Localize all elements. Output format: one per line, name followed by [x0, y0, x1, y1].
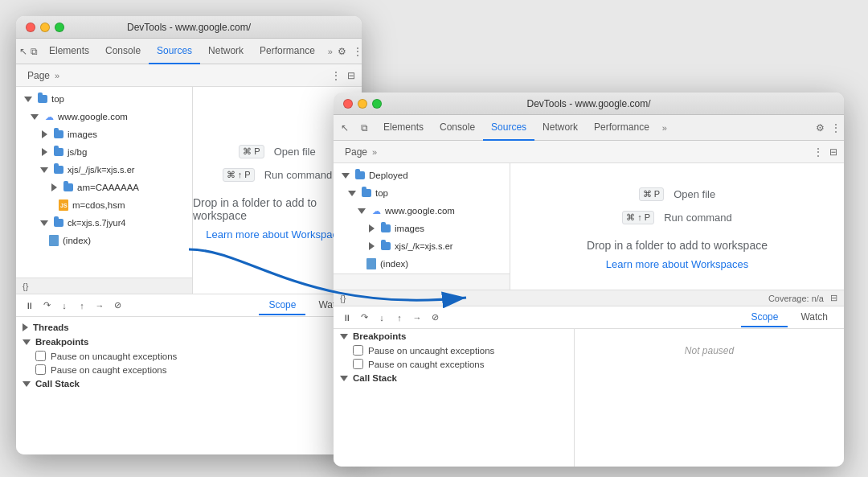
watch-tab-2[interactable]: Watch: [791, 308, 837, 327]
checkbox-caught-1[interactable]: Pause on caught exceptions: [16, 363, 362, 376]
more-icon-2[interactable]: ⋮: [831, 122, 841, 134]
scope-tab-1[interactable]: Scope: [259, 296, 305, 315]
debugger-toolbar-1: ⏸ ↷ ↓ ↑ → ⊘ Scope Watch: [16, 294, 362, 317]
uncaught-check-2[interactable]: [353, 345, 363, 356]
devtools-window-1[interactable]: DevTools - www.google.com/ ↖ ⧉ Elements …: [16, 16, 362, 454]
tri-images-2: [366, 223, 377, 234]
breakpoints-section-2[interactable]: Breakpoints: [334, 329, 574, 343]
tree-label-images-2: images: [395, 221, 424, 236]
step-out-btn-2[interactable]: ↑: [393, 311, 406, 324]
continue-btn-2[interactable]: →: [411, 311, 424, 324]
threads-section-1[interactable]: Threads: [16, 320, 362, 335]
more-options-1[interactable]: ⋮: [331, 70, 341, 81]
window-title-1: DevTools - www.google.com/: [26, 22, 352, 33]
checkbox-uncaught-1[interactable]: Pause on uncaught exceptions: [16, 349, 362, 363]
scope-tab-2[interactable]: Scope: [741, 308, 788, 327]
file-tree-1: top ☁ www.google.com images: [16, 87, 192, 278]
triangle-icon-4: [39, 146, 50, 158]
folder-icon-6: [53, 217, 64, 228]
step-over-btn-2[interactable]: ↷: [358, 311, 371, 324]
tree-item-index-1[interactable]: (index): [16, 232, 192, 249]
tab-console-1[interactable]: Console: [97, 39, 149, 64]
tab-sources-2[interactable]: Sources: [483, 115, 534, 141]
tabs-more-2[interactable]: »: [657, 123, 672, 133]
breakpoints-section-1[interactable]: Breakpoints: [16, 335, 362, 349]
tree-item-top-1[interactable]: top: [16, 90, 192, 108]
scope-panel-2: Not paused: [575, 329, 844, 467]
tab-network-1[interactable]: Network: [200, 39, 252, 64]
continue-btn-1[interactable]: →: [93, 299, 106, 312]
learn-more-link-2[interactable]: Learn more about Workspaces: [606, 258, 749, 270]
pause-btn-2[interactable]: ⏸: [340, 311, 353, 324]
coverage-icon-2[interactable]: ⊟: [830, 293, 837, 303]
maximize-button-1[interactable]: [55, 23, 64, 32]
settings-icon-2[interactable]: ⚙: [816, 122, 825, 134]
tab-performance-1[interactable]: Performance: [252, 39, 323, 64]
close-button-1[interactable]: [26, 23, 35, 32]
minimize-button-2[interactable]: [358, 99, 367, 109]
tree-label-index-1: (index): [63, 233, 91, 248]
step-over-btn-1[interactable]: ↷: [40, 299, 53, 312]
page-more-2[interactable]: »: [372, 147, 377, 157]
tree-item-mcdos-1[interactable]: JS m=cdos,hsm: [16, 196, 192, 214]
caught-check-2[interactable]: [353, 359, 363, 369]
cursor-icon-2[interactable]: ↖: [337, 120, 353, 136]
tree-item-ck-1[interactable]: ck=xjs.s.7jyur4: [16, 214, 192, 232]
shortcut-label-open-1: Open file: [274, 146, 316, 158]
left-panel-2: Deployed top ☁ www.google.com: [334, 163, 510, 290]
page-tab-2[interactable]: Page: [340, 141, 372, 163]
cursor-icon-1[interactable]: ↖: [19, 43, 27, 60]
page-tab-1[interactable]: Page: [23, 64, 55, 87]
tab-elements-2[interactable]: Elements: [375, 115, 432, 141]
tab-network-2[interactable]: Network: [534, 115, 586, 141]
sidebar-toggle-1[interactable]: ⊟: [347, 70, 355, 81]
tree-item-am-1[interactable]: am=CAAAAAA: [16, 179, 192, 196]
tree-item-google-1[interactable]: ☁ www.google.com: [16, 108, 192, 125]
layers-icon-1[interactable]: ⧉: [31, 43, 38, 60]
tree-item-xjs-2[interactable]: xjs/_/k=xjs.s.er: [334, 237, 510, 255]
more-options-2[interactable]: ⋮: [813, 146, 823, 158]
deactivate-btn-1[interactable]: ⊘: [111, 299, 124, 312]
tree-item-images-2[interactable]: images: [334, 220, 510, 237]
shortcut-open-file-1: ⌘ P Open file: [239, 145, 315, 158]
tree-item-top-2[interactable]: top: [334, 184, 510, 202]
tree-item-images-1[interactable]: images: [16, 125, 192, 143]
settings-icon-1[interactable]: ⚙: [338, 46, 346, 57]
page-more-1[interactable]: »: [55, 71, 59, 80]
curly-braces-2[interactable]: {}: [340, 294, 346, 303]
more-icon-1[interactable]: ⋮: [353, 46, 362, 57]
uncaught-check-1[interactable]: [35, 351, 46, 361]
maximize-button-2[interactable]: [372, 99, 382, 109]
sidebar-toggle-2[interactable]: ⊟: [829, 146, 837, 158]
step-out-btn-1[interactable]: ↑: [76, 299, 88, 312]
deactivate-btn-2[interactable]: ⊘: [428, 311, 441, 324]
callstack-section-2[interactable]: Call Stack: [334, 371, 574, 385]
traffic-lights-1[interactable]: [26, 23, 64, 32]
tree-item-xjs-1[interactable]: xjs/_/js/k=xjs.s.er: [16, 161, 192, 179]
devtools-window-2[interactable]: DevTools - www.google.com/ ↖ ⧉ Elements …: [334, 93, 844, 467]
checkbox-caught-2[interactable]: Pause on caught exceptions: [334, 357, 574, 371]
curly-braces-1[interactable]: {}: [23, 282, 28, 291]
tab-console-2[interactable]: Console: [432, 115, 483, 141]
traffic-lights-2[interactable]: [343, 99, 382, 109]
tree-item-index-2[interactable]: (index): [334, 255, 510, 273]
caught-check-1[interactable]: [35, 364, 46, 375]
breakpoints-label-1: Breakpoints: [35, 337, 88, 347]
tab-elements-1[interactable]: Elements: [41, 39, 97, 64]
tab-performance-2[interactable]: Performance: [586, 115, 657, 141]
folder-icon-4: [53, 164, 64, 175]
pause-btn-1[interactable]: ⏸: [23, 299, 35, 312]
tree-item-google-2[interactable]: ☁ www.google.com: [334, 202, 510, 220]
tree-item-deployed[interactable]: Deployed: [334, 167, 510, 184]
learn-more-link-1[interactable]: Learn more about Workspaces: [206, 228, 349, 241]
step-into-btn-2[interactable]: ↓: [375, 311, 388, 324]
tab-sources-1[interactable]: Sources: [149, 39, 200, 64]
checkbox-uncaught-2[interactable]: Pause on uncaught exceptions: [334, 343, 574, 357]
callstack-section-1[interactable]: Call Stack: [16, 376, 362, 391]
close-button-2[interactable]: [343, 99, 353, 109]
step-into-btn-1[interactable]: ↓: [58, 299, 71, 312]
minimize-button-1[interactable]: [40, 23, 50, 32]
layers-icon-2[interactable]: ⧉: [356, 120, 372, 136]
tabs-more-1[interactable]: »: [323, 47, 338, 56]
tree-item-jsbg-1[interactable]: js/bg: [16, 143, 192, 161]
